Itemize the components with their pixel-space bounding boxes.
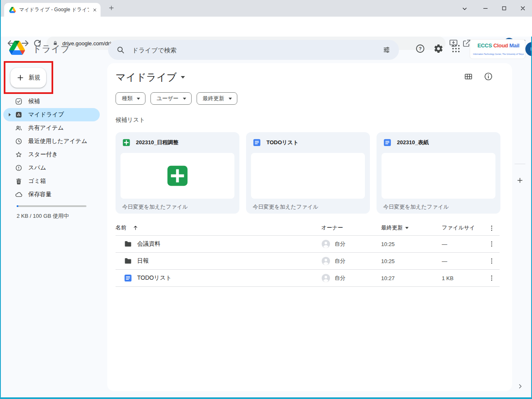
file-name: 会議資料	[137, 240, 160, 248]
tab-close-icon[interactable]	[92, 7, 97, 12]
search-options-icon[interactable]	[382, 46, 391, 54]
sidebar-item-label: 最近使用したアイテム	[28, 138, 87, 145]
table-options-kebab-icon[interactable]	[488, 224, 495, 232]
tab-title: マイドライブ - Google ドライブ	[19, 6, 89, 13]
search-bar[interactable]	[108, 40, 399, 60]
cloud-icon	[15, 191, 22, 198]
browser-tab[interactable]: マイドライブ - Google ドライブ	[4, 3, 101, 17]
annotation-red-box	[4, 61, 53, 94]
card-title: TODOリスト	[266, 139, 298, 146]
sidebar-item-label: マイドライブ	[28, 111, 64, 118]
layout-toggle-icon[interactable]	[464, 72, 473, 81]
suggestions-label: 候補リスト	[116, 116, 145, 124]
row-menu-kebab-icon[interactable]	[488, 257, 495, 265]
account-badge[interactable]: ECCS Cloud Mail Information Technology C…	[470, 39, 525, 59]
rail-keep-button[interactable]	[516, 93, 524, 101]
filter-chip-user[interactable]: ユーザー	[150, 92, 192, 105]
mydrive-icon	[15, 111, 22, 118]
card-title: 202310_表紙	[397, 139, 429, 146]
table-row[interactable]: TODOリスト 自分 10:27 1 KB	[116, 270, 500, 287]
column-modified[interactable]: 最終更新	[381, 224, 403, 232]
frame-edge-bottom	[0, 397, 532, 399]
search-input[interactable]	[131, 46, 376, 54]
modified-time: 10:25	[381, 258, 395, 264]
details-info-icon[interactable]	[484, 72, 493, 81]
sort-ascending-icon[interactable]	[132, 224, 139, 231]
account-logo: ECCS Cloud Mail Information Technology C…	[473, 42, 524, 56]
owner-avatar-icon	[321, 239, 330, 249]
card-preview	[251, 153, 365, 199]
chevron-down-icon	[183, 98, 186, 100]
owner-name: 自分	[335, 240, 345, 248]
storage-progress-bar	[17, 205, 86, 207]
sidebar-item-label: 候補	[28, 98, 40, 105]
suggestion-card[interactable]: TODOリスト 今日変更を加えたファイル	[246, 132, 370, 214]
frame-edge-left	[0, 0, 1, 399]
sidebar-item-starred[interactable]: スター付き	[3, 148, 100, 161]
sidebar-item-shared[interactable]: 共有アイテム	[3, 121, 100, 135]
docs-icon	[253, 138, 261, 147]
storage-progress-fill	[17, 205, 18, 207]
owner-name: 自分	[335, 274, 345, 282]
column-name[interactable]: 名前	[116, 224, 126, 232]
card-preview	[121, 153, 234, 199]
modified-time: 10:25	[381, 241, 395, 247]
file-size: 1 KB	[442, 275, 453, 281]
search-icon[interactable]	[116, 46, 125, 54]
expand-caret-icon[interactable]	[9, 113, 11, 116]
file-name: 日報	[137, 257, 149, 265]
modified-time: 10:27	[381, 275, 395, 281]
sidebar-item-label: スパム	[28, 164, 46, 172]
file-table: 名前 オーナー 最終更新 ファイルサイ 会議資料 自分	[116, 222, 500, 287]
app-name: ドライブ	[32, 43, 70, 55]
candidate-icon	[15, 98, 22, 105]
sheets-icon	[165, 164, 190, 188]
people-icon	[15, 124, 22, 132]
filter-chip-type[interactable]: 種類	[116, 92, 145, 105]
google-apps-grid-icon[interactable]	[451, 44, 461, 54]
sidebar-item-storage[interactable]: 保存容量	[3, 188, 100, 201]
rail-add-icon[interactable]	[516, 177, 524, 184]
window-close-button[interactable]	[520, 5, 526, 12]
column-size[interactable]: ファイルサイ	[442, 224, 475, 232]
drive-logo-icon[interactable]	[9, 41, 25, 55]
sidebar-item-trash[interactable]: ゴミ箱	[3, 175, 100, 188]
owner-avatar-icon	[321, 256, 330, 266]
sidebar-item-recent[interactable]: 最近使用したアイテム	[3, 135, 100, 148]
row-menu-kebab-icon[interactable]	[488, 240, 495, 248]
storage-usage-text: 2 KB / 100 GB 使用中	[17, 212, 69, 220]
page-title-row[interactable]: マイドライブ	[116, 71, 185, 84]
new-tab-button[interactable]	[108, 5, 115, 11]
table-row[interactable]: 日報 自分 10:25 —	[116, 253, 500, 270]
file-size: —	[442, 241, 447, 247]
title-dropdown-caret-icon[interactable]	[181, 76, 185, 79]
filter-chip-modified[interactable]: 最終更新	[197, 92, 237, 105]
card-caption: 今日変更を加えたファイル	[246, 199, 370, 211]
card-preview	[382, 153, 495, 199]
tab-search-chevron-icon[interactable]	[461, 5, 468, 12]
sidebar-item-my-drive[interactable]: マイドライブ	[3, 108, 100, 121]
rail-calendar-button[interactable]	[516, 70, 524, 77]
table-row[interactable]: 会議資料 自分 10:25 —	[116, 236, 500, 253]
rail-expand-chevron-icon[interactable]	[517, 383, 524, 390]
rail-tasks-button[interactable]	[516, 116, 524, 124]
settings-gear-icon[interactable]	[433, 44, 443, 54]
column-owner[interactable]: オーナー	[321, 224, 343, 232]
rail-contacts-button[interactable]	[516, 140, 524, 147]
filter-chip-label: 最終更新	[203, 95, 224, 102]
sidebar-item-label: 共有アイテム	[28, 124, 64, 132]
help-icon[interactable]: ?	[415, 44, 425, 54]
browser-tabstrip: マイドライブ - Google ドライブ	[0, 0, 532, 17]
suggestion-card[interactable]: 202310_表紙 今日変更を加えたファイル	[377, 132, 500, 214]
window-maximize-button[interactable]	[501, 5, 507, 12]
window-minimize-button[interactable]	[482, 5, 489, 12]
star-icon	[15, 151, 22, 158]
sidebar-item-spam[interactable]: スパム	[3, 161, 100, 175]
sheets-icon	[122, 138, 131, 147]
sidebar-item-label: スター付き	[28, 151, 58, 158]
filter-chip-label: 種類	[122, 95, 133, 102]
card-title: 202310_日程調整	[136, 139, 179, 146]
suggestion-card[interactable]: 202310_日程調整 今日変更を加えたファイル	[116, 132, 239, 214]
sidebar-item-suggested[interactable]: 候補	[3, 95, 100, 108]
row-menu-kebab-icon[interactable]	[488, 274, 495, 282]
